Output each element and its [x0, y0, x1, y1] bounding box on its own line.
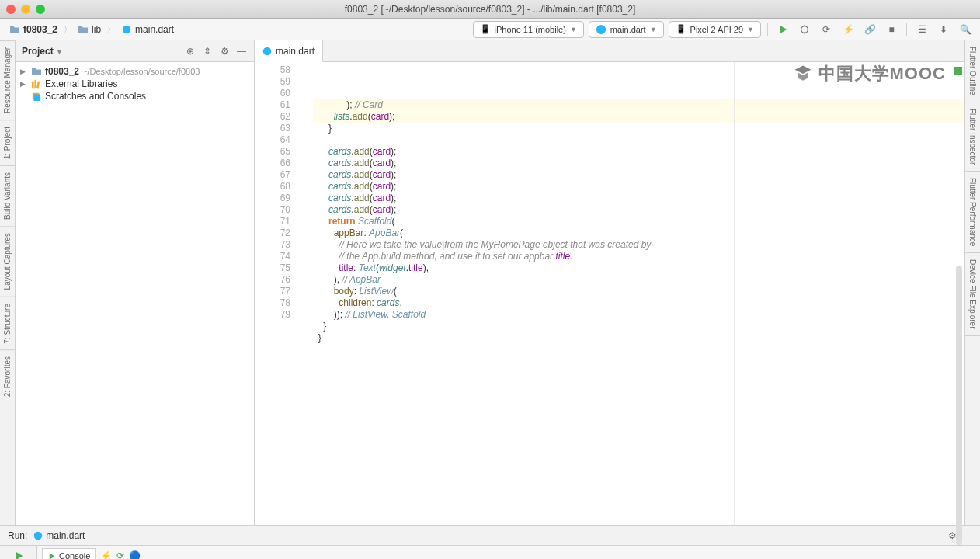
search-button[interactable]: 🔍 [957, 21, 974, 38]
run-panel: Run: main.dart ⚙ — ■ ↻ Console ⚡ ⟳ 🔵 [0, 525, 980, 559]
rail-project[interactable]: 1: Project [0, 120, 15, 165]
watermark-logo-icon [792, 63, 814, 85]
watermark: 中国大学MOOC [792, 62, 946, 85]
line-number-gutter: 5859606162636465666768697071727374757677… [255, 62, 297, 525]
editor-scrollbar[interactable] [956, 266, 962, 545]
main-area: Resource Manager 1: Project Build Varian… [0, 40, 980, 525]
window-title: f0803_2 [~/Desktop/lesson/source/f0803_2… [0, 4, 980, 15]
tree-scratches[interactable]: Scratches and Consoles [16, 90, 254, 102]
debug-button[interactable] [796, 21, 813, 38]
phone-icon: 📱 [676, 24, 686, 35]
svg-point-10 [263, 47, 272, 55]
editor-tabs: main.dart [255, 40, 964, 62]
editor-tab-main[interactable]: main.dart [255, 40, 323, 62]
svg-point-11 [34, 531, 43, 540]
emulator-label: Pixel 2 API 29 [690, 25, 744, 34]
svg-point-2 [801, 26, 808, 33]
avd-manager-button[interactable]: ☰ [913, 21, 930, 38]
editor-body[interactable]: 5859606162636465666768697071727374757677… [255, 62, 964, 525]
profile-button[interactable]: ⟳ [818, 21, 835, 38]
console-icon [47, 552, 56, 560]
rail-flutter-performance[interactable]: Flutter Performance [965, 172, 980, 253]
rail-structure[interactable]: 7: Structure [0, 297, 15, 350]
hot-restart-icon[interactable]: ⟳ [116, 550, 124, 560]
fold-gutter [297, 62, 308, 525]
separator [906, 23, 907, 36]
rail-build-variants[interactable]: Build Variants [0, 165, 15, 226]
device-selector[interactable]: 📱 iPhone 11 (mobile) ▼ [473, 21, 584, 38]
run-config-selector[interactable]: main.dart ▼ [589, 21, 664, 38]
phone-icon: 📱 [480, 24, 491, 35]
svg-point-1 [596, 24, 606, 33]
rail-device-file-explorer[interactable]: Device File Explorer [965, 253, 980, 335]
expand-icon[interactable]: ⇕ [201, 45, 214, 57]
hot-reload-icon[interactable]: ⚡ [100, 550, 112, 560]
hot-reload-button[interactable]: ⚡ [839, 21, 857, 38]
tree-scratches-label: Scratches and Consoles [45, 91, 146, 102]
svg-rect-9 [34, 94, 41, 101]
watermark-text: 中国大学MOOC [818, 62, 946, 85]
tree-external-label: External Libraries [45, 78, 117, 89]
project-header-actions: ⊕ ⇕ ⚙ — [184, 45, 248, 57]
console-tab-label: Console [59, 551, 90, 559]
project-view-selector[interactable]: Project ▼ [22, 46, 63, 57]
project-tree: ▶ f0803_2 ~/Desktop/lesson/source/f0803 … [16, 62, 254, 106]
rail-flutter-inspector[interactable]: Flutter Inspector [965, 102, 980, 172]
svg-rect-7 [36, 81, 40, 88]
project-panel-title: Project [22, 46, 54, 57]
locate-icon[interactable]: ⊕ [184, 45, 196, 57]
project-panel: Project ▼ ⊕ ⇕ ⚙ — ▶ f0803_2 ~/Desktop/le… [16, 40, 255, 525]
run-main: Console ⚡ ⟳ 🔵 ↑ ↓ ↩ ⤓ 🖨 🗑 Performing hot… [37, 546, 980, 559]
dart-file-icon [121, 25, 132, 34]
inspection-ok-icon [954, 67, 962, 75]
code-content[interactable]: ); // Card lists.add(card); } cards.add(… [308, 62, 964, 525]
separator [767, 23, 768, 36]
dart-file-icon [596, 24, 606, 35]
dart-file-icon [33, 531, 43, 540]
editor-tab-label: main.dart [276, 46, 315, 57]
svg-rect-6 [34, 80, 36, 88]
run-panel-config[interactable]: main.dart [33, 530, 85, 541]
rail-layout-captures[interactable]: Layout Captures [0, 226, 15, 296]
breadcrumb-file[interactable]: main.dart [118, 23, 177, 36]
chevron-right-icon: ▶ [20, 80, 28, 88]
folder-icon [9, 25, 20, 34]
project-panel-header: Project ▼ ⊕ ⇕ ⚙ — [16, 40, 254, 62]
rail-resource-manager[interactable]: Resource Manager [0, 40, 15, 120]
run-left-toolbar: ■ ↻ [0, 546, 37, 559]
run-config-name: main.dart [46, 530, 85, 541]
breadcrumb-file-label: main.dart [135, 24, 174, 35]
rail-flutter-outline[interactable]: Flutter Outline [965, 40, 980, 102]
hide-icon[interactable]: — [235, 45, 248, 57]
run-tabs: Console ⚡ ⟳ 🔵 [37, 546, 980, 559]
run-button[interactable] [774, 21, 791, 38]
breadcrumb-folder-label: lib [92, 24, 101, 35]
run-panel-header: Run: main.dart ⚙ — [0, 526, 980, 546]
dart-file-icon [262, 47, 272, 56]
editor-area: main.dart 585960616263646566676869707172… [255, 40, 964, 525]
folder-icon [78, 25, 89, 34]
run-panel-title: Run: [8, 530, 27, 541]
emulator-selector[interactable]: 📱 Pixel 2 API 29 ▼ [669, 21, 761, 38]
gear-icon[interactable]: ⚙ [218, 45, 231, 57]
svg-rect-5 [32, 82, 34, 89]
chevron-right-icon: ▶ [20, 68, 28, 75]
console-tab[interactable]: Console [42, 548, 96, 559]
rerun-button[interactable] [0, 546, 36, 559]
svg-point-0 [123, 25, 131, 33]
stop-button[interactable]: ■ [883, 21, 900, 38]
attach-debugger-button[interactable]: 🔗 [861, 21, 878, 38]
chevron-right-icon: 〉 [64, 24, 71, 35]
open-devtools-icon[interactable]: 🔵 [129, 550, 141, 560]
hide-icon[interactable]: — [963, 530, 972, 541]
blank-icon [20, 92, 28, 100]
rail-favorites[interactable]: 2: Favorites [0, 349, 15, 403]
sdk-manager-button[interactable]: ⬇ [935, 21, 952, 38]
window-titlebar: f0803_2 [~/Desktop/lesson/source/f0803_2… [0, 0, 980, 19]
tree-root[interactable]: ▶ f0803_2 ~/Desktop/lesson/source/f0803 [16, 65, 254, 78]
breadcrumb-folder[interactable]: lib [75, 23, 104, 36]
tree-root-path: ~/Desktop/lesson/source/f0803 [82, 67, 200, 76]
folder-icon [31, 67, 42, 76]
breadcrumb-project[interactable]: f0803_2 [6, 23, 61, 36]
tree-external-libraries[interactable]: ▶ External Libraries [16, 78, 254, 90]
